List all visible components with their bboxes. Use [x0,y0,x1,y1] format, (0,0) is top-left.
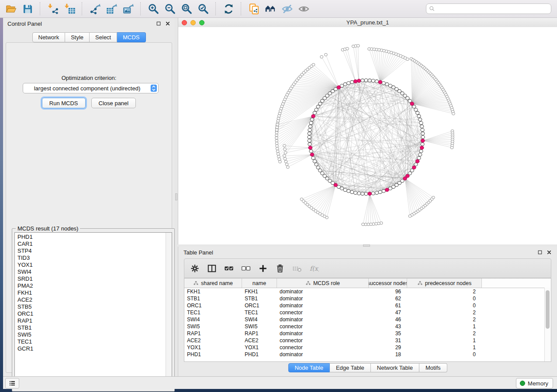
network-canvas[interactable] [178,27,557,244]
export-network-icon [89,3,101,15]
mcds-result-item[interactable]: TEC1 [17,338,166,345]
mcds-result-item[interactable]: SWI5 [17,331,166,338]
vertical-splitter-handle[interactable] [175,193,177,200]
table-row[interactable]: PHD1PHD1dominator180 [184,351,551,358]
mcds-result-item[interactable]: PHD1 [17,234,166,241]
table-row[interactable]: SWI4SWI4dominator462 [184,316,551,323]
first-neighbors-button[interactable] [263,2,277,16]
tab-network-table[interactable]: Network Table [371,363,419,372]
zoom-fit-button[interactable] [180,2,194,16]
mcds-result-item[interactable]: SWI4 [17,268,166,275]
table-row[interactable]: SWI5SWI5connector431 [184,323,551,330]
add-column-button[interactable] [258,263,268,274]
mcds-result-item[interactable]: YOX1 [17,261,166,268]
network-view-window: YPA_prune.txt_1 [178,18,557,244]
tab-motifs[interactable]: Motifs [419,363,447,372]
table-row[interactable]: ORC1ORC1dominator610 [184,302,551,309]
close-panel-icon[interactable] [165,21,170,26]
close-panel-button[interactable]: Close panel [91,98,136,108]
open-file-button[interactable] [4,2,18,16]
split-columns-button[interactable] [207,263,217,274]
zoom-in-button[interactable] [146,2,160,16]
mcds-result-item[interactable]: TID3 [17,254,166,261]
show-all-button[interactable] [297,2,311,16]
memory-button[interactable]: Memory [516,378,553,389]
mcds-result-item[interactable]: RAP1 [17,317,166,324]
deselect-all-button[interactable] [241,263,251,274]
vertical-splitter[interactable] [175,18,178,376]
mcds-result-item[interactable]: CAR1 [17,241,166,248]
task-history-button[interactable] [5,378,19,389]
export-image-button[interactable] [121,2,135,16]
mcds-result-legend: MCDS result (17 nodes) [16,225,80,232]
cell-MCDS-role: dominator [277,351,369,358]
memory-status-icon [520,381,525,386]
table-row[interactable]: YOX1YOX1connector291 [184,344,551,351]
tab-network[interactable]: Network [32,32,65,42]
import-network-button[interactable] [46,2,60,16]
hide-selected-button[interactable] [280,2,294,16]
table-row[interactable]: RAP1RAP1dominator352 [184,330,551,337]
column-header-MCDS-role[interactable]: MCDS role [277,279,369,288]
cell-predecessor-nodes: 2 [407,316,482,323]
export-network-button[interactable] [88,2,102,16]
zoom-selected-button[interactable] [196,2,210,16]
mcds-result-item[interactable]: STP4 [17,248,166,254]
clone-network-button[interactable] [247,2,261,16]
save-button[interactable] [21,2,35,16]
table-row[interactable]: STB1STB1dominator620 [184,295,551,302]
mcds-result-item[interactable]: ORC1 [17,310,166,317]
refresh-button[interactable] [221,2,235,16]
cell-name: SWI5 [242,323,277,330]
select-all-button[interactable] [224,263,234,274]
search-input[interactable] [426,3,551,14]
zoom-fit-icon [181,3,193,15]
mcds-result-item[interactable]: FKH1 [17,289,166,296]
mcds-result-items: PHD1CAR1STP4TID3YOX1SWI4SRD1PMA2FKH1ACE2… [15,233,166,389]
mcds-result-item[interactable]: SRD1 [17,275,166,282]
run-mcds-button[interactable]: Run MCDS [42,98,86,108]
column-header-name[interactable]: name [242,279,277,288]
close-panel-icon[interactable] [547,250,552,255]
import-table-button[interactable] [62,2,76,16]
cell-name: SWI4 [242,316,277,323]
column-header-shared-name[interactable]: shared name [184,279,242,288]
mcds-result-item[interactable]: PMA2 [17,282,166,289]
node-table-header: shared namenameMCDS rolesuccessor nodesp… [184,279,551,288]
zoom-out-button[interactable] [163,2,177,16]
table-row[interactable]: FKH1FKH1dominator962 [184,288,551,295]
column-header-successor-nodes[interactable]: successor nodes [369,279,407,288]
cell-shared-name: SWI4 [184,316,242,323]
refresh-icon [223,3,235,15]
cell-shared-name: TEC1 [184,309,242,316]
export-table-button[interactable] [104,2,118,16]
cell-shared-name: RAP1 [184,330,242,337]
settings-button[interactable] [190,263,200,274]
delete-button[interactable] [275,263,285,274]
mcds-tab-panel: Optimization criterion: largest connecte… [6,42,172,373]
mcds-list-scrollbar[interactable] [166,233,172,389]
mcds-result-item[interactable]: ACE2 [17,296,166,303]
table-scrollbar-thumb[interactable] [546,290,550,329]
cell-name: ORC1 [242,302,277,309]
mcds-result-item[interactable]: STB5 [17,303,166,310]
network-graph[interactable] [178,27,557,244]
tab-style[interactable]: Style [65,32,90,42]
float-window-icon[interactable] [156,21,161,26]
main-toolbar-icons [3,2,312,16]
control-panel-title: Control Panel [7,21,42,27]
mcds-result-item[interactable]: STB1 [17,324,166,331]
column-header-predecessor-nodes[interactable]: predecessor nodes [407,279,482,288]
tab-edge-table[interactable]: Edge Table [330,363,371,372]
tab-select[interactable]: Select [90,32,117,42]
tab-node-table[interactable]: Node Table [288,363,330,372]
optimization-criterion-select[interactable]: largest connected component (undirected) [23,83,159,93]
mcds-result-group: MCDS result (17 nodes) PHD1CAR1STP4TID3Y… [12,228,175,392]
table-row[interactable]: TEC1TEC1connector472 [184,309,551,316]
status-bar: Memory [3,376,557,389]
cell-name: RAP1 [242,330,277,337]
table-row[interactable]: ACE2ACE2connector311 [184,337,551,344]
float-window-icon[interactable] [537,250,543,255]
tab-mcds[interactable]: MCDS [117,32,145,42]
mcds-result-item[interactable]: GCR1 [17,345,166,352]
